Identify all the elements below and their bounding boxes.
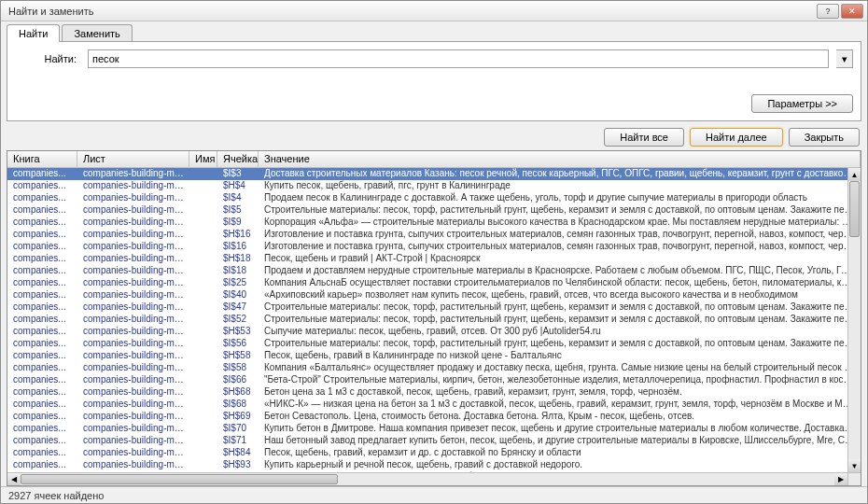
table-row[interactable]: companies...companies-building-material$… [7,229,861,241]
cell-name [189,301,217,314]
table-row[interactable]: companies...companies-building-material$… [7,204,861,217]
scroll-right-icon[interactable]: ▶ [834,473,847,485]
cell-ref: $I$58 [217,362,259,374]
cell-sheet: companies-building-material [77,362,189,374]
table-row[interactable]: companies...companies-building-material$… [7,435,861,447]
col-sheet[interactable]: Лист [77,151,189,167]
table-row[interactable]: companies...companies-building-material$… [7,192,861,204]
cell-name [189,265,217,277]
cell-value: Строительные материалы: песок, торф, рас… [259,338,861,350]
cell-name [189,241,217,253]
table-row[interactable]: companies...companies-building-material$… [7,350,861,362]
cell-ref: $H$4 [217,180,259,192]
table-row[interactable]: companies...companies-building-material$… [7,374,861,386]
scroll-left-icon[interactable]: ◀ [7,473,21,485]
cell-sheet: companies-building-material [77,423,189,435]
cell-ref: $I$52 [217,314,259,326]
col-book[interactable]: Книга [7,151,77,167]
cell-ref: $I$68 [217,399,259,411]
cell-sheet: companies-building-material [77,180,189,192]
vscroll-thumb[interactable] [849,181,860,237]
table-row[interactable]: companies...companies-building-material$… [7,241,861,253]
find-input[interactable] [88,49,829,68]
scroll-up-icon[interactable]: ▲ [848,168,861,181]
cell-name [189,326,217,338]
cell-sheet: companies-building-material [77,326,189,338]
cell-book: companies... [7,241,77,253]
table-row[interactable]: companies...companies-building-material$… [7,338,861,350]
table-row[interactable]: companies...companies-building-material$… [7,168,861,180]
col-value[interactable]: Значение [259,151,861,167]
vertical-scrollbar[interactable]: ▲ ▼ [847,168,861,472]
table-row[interactable]: companies...companies-building-material$… [7,301,861,314]
table-row[interactable]: companies...companies-building-material$… [7,277,861,289]
table-row[interactable]: companies...companies-building-material$… [7,253,861,265]
table-row[interactable]: companies...companies-building-material$… [7,399,861,411]
cell-sheet: companies-building-material [77,447,189,459]
close-button[interactable]: Закрыть [789,128,860,147]
cell-book: companies... [7,314,77,326]
cell-sheet: companies-building-material [77,374,189,386]
cell-ref: $H$16 [217,229,259,241]
table-row[interactable]: companies...companies-building-material$… [7,314,861,326]
find-next-button[interactable]: Найти далее [690,128,783,147]
cell-name [189,374,217,386]
table-row[interactable]: companies...companies-building-material$… [7,265,861,277]
window-close-button[interactable]: ✕ [841,4,863,19]
cell-name [189,399,217,411]
table-row[interactable]: companies...companies-building-material$… [7,459,861,471]
cell-ref: $H$84 [217,447,259,459]
cell-name [189,168,217,180]
tab-replace[interactable]: Заменить [62,24,132,42]
cell-sheet: companies-building-material [77,277,189,289]
cell-sheet: companies-building-material [77,314,189,326]
find-all-button[interactable]: Найти все [604,128,684,147]
cell-book: companies... [7,374,77,386]
cell-name [189,459,217,471]
table-row[interactable]: companies...companies-building-material$… [7,423,861,435]
cell-value: Бетон цена за 1 м3 с доставкой, песок, щ… [259,386,861,399]
help-button[interactable]: ? [817,4,839,19]
hscroll-thumb[interactable] [21,474,338,484]
cell-book: companies... [7,217,77,229]
cell-sheet: companies-building-material [77,217,189,229]
status-text: 2927 ячеек найдено [8,490,104,501]
cell-value: Купить песок, щебень, гравий, пгс, грунт… [259,180,861,192]
cell-value: Изготовление и поставка грунта, сыпучих … [259,241,861,253]
cell-book: companies... [7,386,77,399]
cell-ref: $H$69 [217,411,259,423]
table-row[interactable]: companies...companies-building-material$… [7,289,861,301]
grid-header: Книга Лист Имя Ячейка Значение [7,151,861,168]
chevron-down-icon: ▾ [842,53,847,65]
cell-name [189,447,217,459]
cell-sheet: companies-building-material [77,386,189,399]
table-row[interactable]: companies...companies-building-material$… [7,411,861,423]
cell-book: companies... [7,326,77,338]
find-label: Найти: [15,53,80,64]
cell-name [189,229,217,241]
table-row[interactable]: companies...companies-building-material$… [7,386,861,399]
col-name[interactable]: Имя [189,151,217,167]
table-row[interactable]: companies...companies-building-material$… [7,180,861,192]
table-row[interactable]: companies...companies-building-material$… [7,217,861,229]
cell-name [189,217,217,229]
tab-find[interactable]: Найти [7,24,60,42]
table-row[interactable]: companies...companies-building-material$… [7,326,861,338]
table-row[interactable]: companies...companies-building-material$… [7,447,861,459]
cell-sheet: companies-building-material [77,204,189,217]
cell-sheet: companies-building-material [77,301,189,314]
cell-value: Компания АльснаБ осуществляет поставки с… [259,277,861,289]
params-button[interactable]: Параметры >> [751,94,853,113]
find-replace-dialog: Найти и заменить ? ✕ Найти Заменить Найт… [0,0,868,504]
cell-value: Песок, щебень, гравий, керамзит и др. с … [259,447,861,459]
cell-book: companies... [7,411,77,423]
col-cell[interactable]: Ячейка [217,151,259,167]
cell-name [189,192,217,204]
find-dropdown[interactable]: ▾ [836,49,853,68]
cell-value: Наш бетонный завод предлагает купить бет… [259,435,861,447]
scroll-down-icon[interactable]: ▼ [848,459,861,472]
table-row[interactable]: companies...companies-building-material$… [7,362,861,374]
cell-book: companies... [7,447,77,459]
cell-sheet: companies-building-material [77,289,189,301]
horizontal-scrollbar[interactable]: ◀ ▶ [7,472,847,485]
